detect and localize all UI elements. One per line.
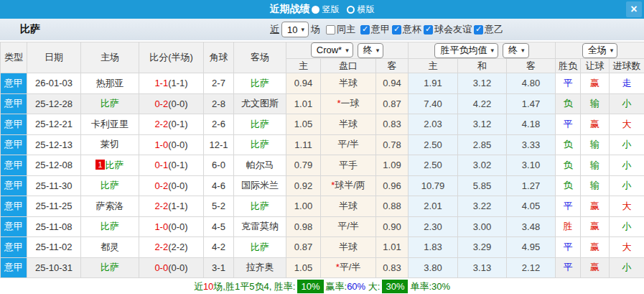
panel-title: 近期战绩: [270, 3, 310, 16]
score: 0-0(0-0): [139, 257, 204, 278]
league-checkbox-serie-b[interactable]: 意乙: [474, 23, 503, 36]
asian-handicap: *平/半: [321, 257, 376, 278]
asian-handicap: 半球: [321, 237, 376, 258]
score: 2-2(0-1): [139, 114, 204, 135]
avg-lose-odds: 3.48: [507, 216, 556, 237]
table-row: 意甲 25-12-21 卡利亚里 2-2(0-1) 2-6 比萨 1.05 半球: [1, 114, 644, 135]
title-bar: 近期战绩 竖版 横版 ×: [0, 0, 644, 19]
home-team[interactable]: 比萨: [81, 93, 139, 114]
result-group: 全场 ▾: [556, 42, 644, 59]
score: 1-1(1-1): [139, 73, 204, 94]
asian-handicap: 平手: [321, 155, 376, 176]
radio-unselected-icon: [347, 6, 355, 14]
away-team[interactable]: 比萨: [234, 196, 286, 217]
avg-lose-odds: 2.12: [507, 257, 556, 278]
same-home-checkbox[interactable]: 同主: [326, 23, 355, 36]
table-row: 意甲 25-11-25 萨索洛 2-2(1-1) 5-2 比萨 1.00 半球: [1, 196, 644, 217]
score: 1-0(0-0): [139, 216, 204, 237]
rank-badge: 1: [95, 160, 104, 170]
corner-score: 2-6: [204, 114, 234, 135]
avg-win-odds: 2.30: [409, 216, 458, 237]
summary-bar: 近10场,胜1平5负4, 胜率:10%赢率:60% 大:30%单率:30%: [0, 278, 644, 294]
close-button[interactable]: ×: [626, 1, 642, 17]
match-date: 25-12-08: [27, 155, 81, 176]
summary-record: 场,胜1平5负4, 胜率:: [213, 281, 295, 292]
avg-time-select[interactable]: 终 ▾: [503, 43, 529, 58]
league-checkbox-coppa-italia[interactable]: 意杯: [392, 23, 421, 36]
asian-home-odds: 1.05: [286, 257, 321, 278]
league-badge: 意甲: [1, 93, 27, 114]
wdl-result: 胜: [556, 216, 581, 237]
match-date: 25-11-02: [27, 237, 81, 258]
league-checkbox-club-friendly[interactable]: 球会友谊: [424, 23, 472, 36]
col-asian-away: 客: [376, 59, 409, 73]
corner-score: 12-1: [204, 134, 234, 155]
table-row: 意甲 25-11-02 都灵 2-2(2-2) 4-2 比萨 0.87 半球: [1, 237, 644, 258]
away-team[interactable]: 尤文图斯: [234, 93, 286, 114]
recent-results-panel: 近期战绩 竖版 横版 × 比萨 近 10 ▾ 场 同主: [0, 0, 644, 294]
col-asian-handicap: 盘口: [321, 59, 376, 73]
away-team[interactable]: 比萨: [234, 237, 286, 258]
avg-draw-odds: 2.85: [458, 134, 507, 155]
home-team[interactable]: 都灵: [81, 237, 139, 258]
avg-win-odds: 2.03: [409, 114, 458, 135]
wdl-result: 平: [556, 114, 581, 135]
col-let-ball: 让球: [581, 59, 610, 73]
away-team[interactable]: 比萨: [234, 73, 286, 94]
asian-handicap: 半球: [321, 114, 376, 135]
avg-draw-odds: 3.12: [458, 114, 507, 135]
handicap-result: 输: [581, 93, 610, 114]
results-table: 类型 日期 主场 比分(半场) 角球 客场 Crow* ▾ 终 ▾: [0, 42, 644, 278]
wdl-result: 负: [556, 93, 581, 114]
away-team[interactable]: 拉齐奥: [234, 257, 286, 278]
match-date: 25-11-30: [27, 175, 81, 196]
table-row: 意甲 26-01-03 热那亚 1-1(1-1) 2-7 比萨 0.94 半球: [1, 73, 644, 94]
radio-selected-icon: [312, 6, 319, 14]
asian-handicap: 平/半: [321, 216, 376, 237]
bookmaker-select[interactable]: Crow* ▾: [311, 42, 353, 58]
checkbox-icon: [360, 25, 370, 35]
league-badge: 意甲: [1, 175, 27, 196]
away-team[interactable]: 克雷莫纳: [234, 216, 286, 237]
match-count-select[interactable]: 10 ▾: [281, 22, 309, 37]
asian-home-odds: 1.00: [286, 196, 321, 217]
avg-lose-odds: 1.27: [507, 175, 556, 196]
home-team[interactable]: 卡利亚里: [81, 114, 139, 135]
home-team[interactable]: 比萨: [81, 216, 139, 237]
corner-score: 2-7: [204, 73, 234, 94]
corner-score: 4-5: [204, 216, 234, 237]
home-team[interactable]: 比萨: [81, 257, 139, 278]
col-away: 客场: [234, 42, 286, 73]
asian-home-odds: 0.94: [286, 73, 321, 94]
score: 0-1(0-1): [139, 155, 204, 176]
scope-select[interactable]: 全场 ▾: [582, 43, 618, 58]
avg-draw-odds: 3.29: [458, 237, 507, 258]
home-team[interactable]: 热那亚: [81, 73, 139, 94]
league-badge: 意甲: [1, 196, 27, 217]
handicap-result: 输: [581, 134, 610, 155]
col-goals: 进球数: [610, 59, 644, 73]
checkbox-icon: [326, 25, 335, 35]
home-team[interactable]: 比萨: [81, 175, 139, 196]
avg-lose-odds: 3.33: [507, 134, 556, 155]
avg-lose-odds: 4.05: [507, 196, 556, 217]
away-team[interactable]: 帕尔马: [234, 155, 286, 176]
avg-odds-select[interactable]: 胜平负均值 ▾: [434, 43, 498, 58]
radio-horizontal-layout[interactable]: 横版: [347, 4, 375, 16]
home-team[interactable]: 1比萨: [81, 155, 139, 176]
near-label[interactable]: 近: [270, 23, 279, 36]
score: 1-0(0-0): [139, 134, 204, 155]
odds-time-select[interactable]: 终 ▾: [358, 43, 384, 58]
match-date: 25-12-21: [27, 114, 81, 135]
radio-vertical-layout[interactable]: 竖版: [312, 4, 340, 16]
asian-away-odds: 0.83: [376, 257, 409, 278]
league-badge: 意甲: [1, 134, 27, 155]
away-team[interactable]: 比萨: [234, 134, 286, 155]
away-team[interactable]: 比萨: [234, 114, 286, 135]
home-team[interactable]: 萨索洛: [81, 196, 139, 217]
avg-win-odds: 7.40: [409, 93, 458, 114]
league-checkbox-serie-a[interactable]: 意甲: [360, 23, 390, 36]
away-team[interactable]: 国际米兰: [234, 175, 286, 196]
avg-win-odds: 1.91: [409, 73, 458, 94]
home-team[interactable]: 莱切: [81, 134, 139, 155]
